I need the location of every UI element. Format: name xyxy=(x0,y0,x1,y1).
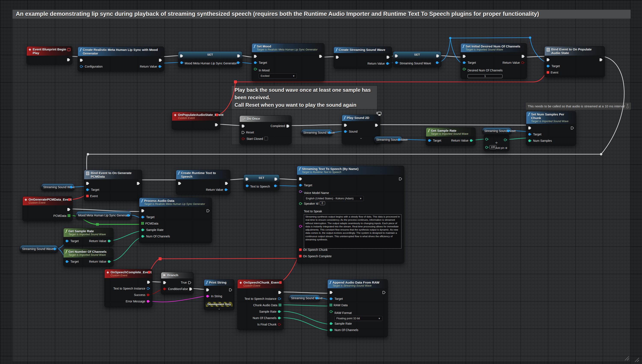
reroute-node[interactable] xyxy=(600,153,602,156)
wire[interactable] xyxy=(110,237,142,261)
divisor-pin[interactable] xyxy=(485,146,489,149)
wire[interactable] xyxy=(280,318,330,331)
delegate-badge[interactable] xyxy=(216,114,218,116)
wire[interactable] xyxy=(377,125,529,125)
node-header[interactable]: ƒSet MoodTarget is Realistic Meta Human … xyxy=(252,44,324,52)
return-value-pin[interactable] xyxy=(108,240,111,242)
target-pin[interactable] xyxy=(141,216,145,218)
node-header[interactable]: ƒCreate Streaming Sound Wave xyxy=(334,47,392,53)
delegate-badge[interactable] xyxy=(68,198,71,201)
wire[interactable] xyxy=(148,257,300,274)
node-header[interactable]: ƒStreaming Text To Speech (By Name)Targe… xyxy=(297,166,404,175)
on-speech-complete-event-node[interactable]: ◈OnSpeechComplete_EventCustom EventText … xyxy=(105,269,152,307)
exec-pin[interactable] xyxy=(386,56,390,59)
get-sample-rate-top-node[interactable]: ƒGet Sample RateTarget is Imported Sound… xyxy=(426,128,475,146)
exec-in-pin[interactable] xyxy=(395,54,398,58)
text-to-speak-pin[interactable] xyxy=(299,225,303,228)
branch-node[interactable]: ⋔BranchTrueConditionFalse xyxy=(161,272,194,294)
return-value-pin[interactable] xyxy=(386,62,390,65)
wire[interactable] xyxy=(438,56,463,57)
var-out-pin[interactable] xyxy=(53,248,57,250)
exec-pin[interactable] xyxy=(254,55,257,58)
node-header[interactable]: ƒSet Num Samples Per ChunkTarget is Impo… xyxy=(526,112,576,124)
create-realistic-metahuman-lipsync-node[interactable]: ƒCreate Realistic Meta Human Lip Sync wi… xyxy=(78,46,164,71)
number-input[interactable]: 0 xyxy=(320,201,325,205)
false-pin[interactable] xyxy=(189,288,192,291)
var-out-pin[interactable] xyxy=(507,130,511,132)
sample-rate-pin[interactable] xyxy=(330,322,333,325)
pill-streaming-sound-wave-3[interactable]: Streaming Sound Wave xyxy=(41,184,75,191)
exec-pin[interactable] xyxy=(207,209,210,212)
dropdown[interactable]: Excited▼ xyxy=(259,73,297,78)
target-pin[interactable] xyxy=(66,240,69,242)
var-out-pin[interactable] xyxy=(237,61,240,64)
pill-streaming-sound-wave-1[interactable]: Streaming Sound Wave xyxy=(301,129,333,136)
wire[interactable] xyxy=(280,292,330,293)
exec-pin[interactable] xyxy=(382,291,386,294)
append-audio-data-from-raw-node[interactable]: ƒAppend Audio Data From RAWTarget is Str… xyxy=(327,279,388,337)
exec-pin[interactable] xyxy=(599,58,603,62)
set-text-to-speech-variable-node[interactable]: SET Text to Speech xyxy=(244,174,280,190)
speaker-id-pin[interactable] xyxy=(299,202,303,205)
node-header[interactable]: Bind Event to On Populate Audio State xyxy=(545,46,604,56)
var-out-pin[interactable] xyxy=(436,61,439,64)
event-pin[interactable] xyxy=(546,71,549,74)
node-header[interactable]: ƒCreate Realistic Meta Human Lip Sync wi… xyxy=(78,47,164,56)
event-pin[interactable] xyxy=(86,194,89,198)
set-mood-node[interactable]: ƒSet MoodTarget is Realistic Meta Human … xyxy=(252,43,324,81)
delegate-badge[interactable] xyxy=(68,48,71,51)
reset-pin[interactable] xyxy=(242,131,245,134)
bind-event-to-on-populate-audio-state-node[interactable]: Bind Event to On Populate Audio StateTar… xyxy=(544,46,605,77)
var-in-pin[interactable] xyxy=(395,61,399,64)
exec-pin[interactable] xyxy=(67,208,71,211)
node-header[interactable]: ⋔Branch xyxy=(161,272,193,278)
on-populate-audio-state-event-node[interactable]: ◈OnPopulateAudioState_EventCustom Event xyxy=(172,112,220,130)
var-out-pin[interactable] xyxy=(398,138,401,141)
node-header[interactable]: ƒSet Initial Desired Num Of ChannelsTarg… xyxy=(461,44,527,52)
exec-pin[interactable] xyxy=(546,58,550,62)
do-once-node[interactable]: →¹Do OnceCompletedResetStart Closed xyxy=(239,116,292,144)
wire[interactable] xyxy=(450,38,530,38)
reroute-node[interactable] xyxy=(87,153,89,156)
sound-pin[interactable] xyxy=(344,130,348,133)
exec-pin[interactable] xyxy=(278,291,281,294)
pill-streaming-sound-wave-0[interactable]: Streaming Sound Wave xyxy=(374,136,403,143)
node-header[interactable]: ƒCreate Runtime Text to Speech xyxy=(176,170,230,179)
num-of-channels-pin[interactable] xyxy=(278,316,281,320)
return-value-pin[interactable] xyxy=(521,61,525,64)
return-value-pin[interactable] xyxy=(225,188,228,191)
wire[interactable] xyxy=(288,125,345,126)
raw-format-pin[interactable] xyxy=(330,310,333,313)
exec-pin[interactable] xyxy=(344,124,347,127)
wire[interactable] xyxy=(276,186,300,186)
in-mood-pin[interactable] xyxy=(254,68,257,70)
return-value-pin[interactable] xyxy=(158,65,162,68)
reroute-node[interactable] xyxy=(234,80,237,84)
print-string-node[interactable]: ƒPrint StringIn StringDevelopment Only⌄ xyxy=(204,279,234,310)
wire[interactable] xyxy=(523,56,547,57)
num-samples-pin[interactable] xyxy=(528,139,532,142)
reroute-node[interactable] xyxy=(159,257,162,260)
target-pin[interactable] xyxy=(254,61,257,64)
checkbox[interactable] xyxy=(264,137,268,140)
target-pin[interactable] xyxy=(463,61,466,64)
target-pin[interactable] xyxy=(428,139,432,142)
target-pin[interactable] xyxy=(546,64,550,68)
expand-chevron-icon[interactable]: ⌄ xyxy=(204,307,234,310)
set-num-samples-per-chunk-node[interactable]: ƒSet Num Samples Per ChunkTarget is Impo… xyxy=(526,111,576,146)
text-to-speech-instance-pin[interactable] xyxy=(147,287,150,290)
node-header[interactable]: ƒPrint String xyxy=(204,280,234,286)
exec-pin[interactable] xyxy=(242,124,245,128)
exec-pin[interactable] xyxy=(137,182,140,185)
node-header[interactable]: ƒPlay Sound 2D xyxy=(342,115,380,121)
exec-pin[interactable] xyxy=(141,209,145,212)
node-header[interactable]: ◈OnSpeechComplete_EventCustom Event xyxy=(105,269,152,278)
exec-pin[interactable] xyxy=(215,123,218,126)
return-value-pin[interactable] xyxy=(108,260,111,263)
pill-mood-lipsync-generator[interactable]: Mood Meta Human Lip Sync Generator xyxy=(76,211,132,220)
node-header[interactable]: ƒGet Sample RateTarget is Imported Sound… xyxy=(426,128,475,136)
error-message-pin[interactable] xyxy=(147,300,150,303)
on-speech-chunk-event-node[interactable]: ◈OnSpeechChunk_EventCustom EventText to … xyxy=(237,279,284,330)
sample-rate-pin[interactable] xyxy=(141,228,145,232)
is-final-chunk-pin[interactable] xyxy=(278,323,281,326)
